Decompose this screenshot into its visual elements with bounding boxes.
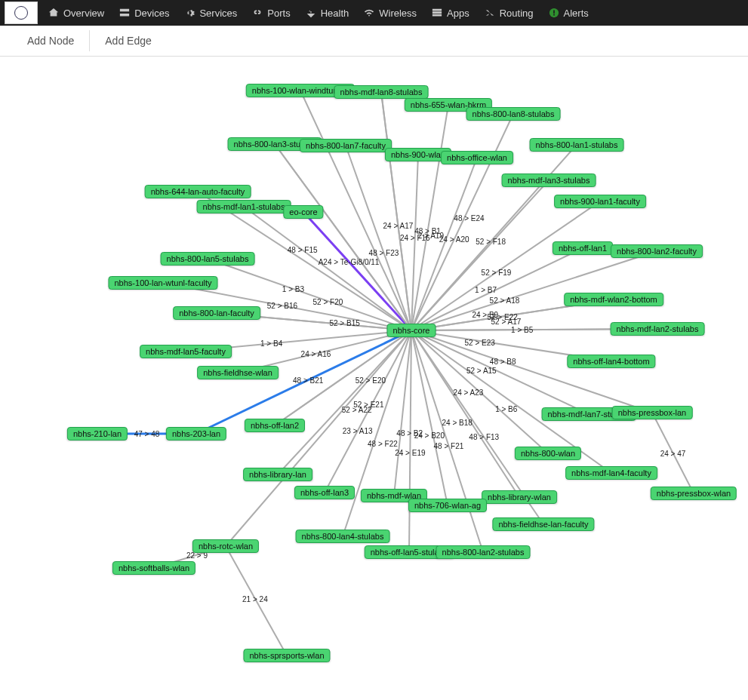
nav-label: Alerts <box>564 8 589 19</box>
nav-overview[interactable]: Overview <box>41 0 112 26</box>
top-navbar: OverviewDevicesServicesPortsHealthWirele… <box>0 0 748 26</box>
graph-node[interactable]: nbhs-fieldhse-lan-faculty <box>492 517 594 531</box>
home-icon <box>48 8 59 18</box>
graph-node[interactable]: nbhs-library-wlan <box>482 490 557 504</box>
svg-rect-2 <box>553 14 555 16</box>
graph-node[interactable]: nbhs-800-lan-faculty <box>173 306 260 320</box>
graph-node[interactable]: nbhs-mdf-lan5-faculty <box>140 345 232 358</box>
add-edge-button[interactable]: Add Edge <box>90 30 167 51</box>
nav-label: Health <box>321 8 349 19</box>
nav-label: Overview <box>63 8 104 19</box>
graph-edge[interactable] <box>411 330 652 413</box>
svg-rect-1 <box>553 11 555 14</box>
graph-node[interactable]: nbhs-rotc-wlan <box>192 539 259 553</box>
graph-node[interactable]: nbhs-fieldhse-wlan <box>197 366 279 379</box>
nav-label: Routing <box>500 8 534 19</box>
graph-edge[interactable] <box>411 330 611 473</box>
graph-node[interactable]: nbhs-mdf-wlan2-bottom <box>564 293 663 306</box>
graph-edge[interactable] <box>411 155 418 330</box>
nav-services[interactable]: Services <box>177 0 245 26</box>
nav-label: Devices <box>134 8 169 19</box>
graph-node[interactable]: nbhs-800-lan5-stulabs <box>161 252 255 266</box>
graph-node[interactable]: nbhs-706-wlan-ag <box>408 499 487 512</box>
graph-node[interactable]: eo-core <box>283 205 323 219</box>
nav-wireless[interactable]: Wireless <box>356 0 424 26</box>
graph-node[interactable]: nbhs-softballs-wlan <box>112 561 195 575</box>
alert-icon <box>549 8 559 18</box>
graph-node[interactable]: nbhs-office-wlan <box>441 151 513 164</box>
graph-node[interactable]: nbhs-pressbox-lan <box>612 406 693 419</box>
graph-node[interactable]: nbhs-800-wlan <box>515 447 581 460</box>
graph-node[interactable]: nbhs-mdf-lan3-stulabs <box>502 173 596 187</box>
nav-label: Wireless <box>379 8 417 19</box>
graph-edge[interactable] <box>411 114 513 330</box>
graph-edge[interactable] <box>411 248 583 330</box>
graph-edge[interactable] <box>275 330 411 425</box>
nav-apps[interactable]: Apps <box>424 0 477 26</box>
graph-node[interactable]: nbhs-100-lan-wtunl-faculty <box>108 276 217 290</box>
server-icon <box>119 8 130 18</box>
graph-node[interactable]: nbhs-203-lan <box>166 427 226 441</box>
nav-health[interactable]: Health <box>298 0 357 26</box>
graph-node[interactable]: nbhs-off-lan4-bottom <box>567 355 655 368</box>
graph-node[interactable]: nbhs-off-lan3 <box>294 486 355 499</box>
graph-edge[interactable] <box>411 201 600 330</box>
graph-node[interactable]: nbhs-mdf-lan4-faculty <box>565 466 657 480</box>
graph-node[interactable]: nbhs-off-lan1 <box>553 241 613 255</box>
heart-icon <box>306 8 316 18</box>
graph-edge[interactable] <box>244 207 411 330</box>
graph-node[interactable]: nbhs-800-lan7-faculty <box>300 139 392 152</box>
graph-node-center[interactable]: nbhs-core <box>387 324 436 337</box>
graph-node[interactable]: nbhs-800-lan4-stulabs <box>296 530 390 543</box>
graph-edge[interactable] <box>409 330 411 552</box>
add-node-button[interactable]: Add Node <box>12 30 89 51</box>
gear-icon <box>184 8 195 18</box>
graph-node[interactable]: nbhs-800-lan1-stulabs <box>530 138 624 152</box>
graph-edge[interactable] <box>346 146 411 330</box>
app-logo[interactable] <box>5 2 38 24</box>
network-graph[interactable]: 24 > A1748 > B124 > A2052 > F1848 > F232… <box>0 57 748 700</box>
graph-node[interactable]: nbhs-mdf-lan1-stulabs <box>197 200 291 213</box>
graph-node[interactable]: nbhs-800-lan8-stulabs <box>466 107 561 121</box>
graph-edges-layer <box>0 57 748 700</box>
nav-alerts[interactable]: Alerts <box>541 0 596 26</box>
graph-node[interactable]: nbhs-644-lan-auto-faculty <box>145 185 251 198</box>
graph-node[interactable]: nbhs-pressbox-wlan <box>651 487 737 500</box>
nav-label: Apps <box>447 8 469 19</box>
graph-node[interactable]: nbhs-sprsports-wlan <box>243 649 330 662</box>
graph-node[interactable]: nbhs-library-lan <box>243 468 312 481</box>
wifi-icon <box>364 8 374 18</box>
nav-devices[interactable]: Devices <box>112 0 177 26</box>
graph-node[interactable]: nbhs-800-lan2-faculty <box>611 244 703 258</box>
graph-node[interactable]: nbhs-800-lan2-stulabs <box>436 545 531 559</box>
graph-node[interactable]: nbhs-mdf-lan2-stulabs <box>611 322 705 336</box>
link-icon <box>252 8 263 18</box>
graph-node[interactable]: nbhs-mdf-lan8-stulabs <box>334 85 429 99</box>
graph-edge[interactable] <box>652 413 694 493</box>
grid-icon <box>432 8 442 18</box>
shuffle-icon <box>485 8 495 18</box>
graph-edge[interactable] <box>226 330 411 546</box>
nav-ports[interactable]: Ports <box>245 0 297 26</box>
graph-edge[interactable] <box>325 330 411 493</box>
graph-toolbar: Add Node Add Edge <box>0 26 748 57</box>
nav-label: Ports <box>267 8 290 19</box>
graph-node[interactable]: nbhs-210-lan <box>67 427 128 441</box>
nav-label: Services <box>199 8 237 19</box>
graph-edge[interactable] <box>226 546 287 655</box>
graph-edge[interactable] <box>278 330 411 474</box>
nav-routing[interactable]: Routing <box>477 0 541 26</box>
graph-node[interactable]: nbhs-off-lan2 <box>245 419 305 432</box>
graph-node[interactable]: nbhs-900-lan1-faculty <box>554 195 646 208</box>
graph-edge[interactable] <box>411 158 477 330</box>
